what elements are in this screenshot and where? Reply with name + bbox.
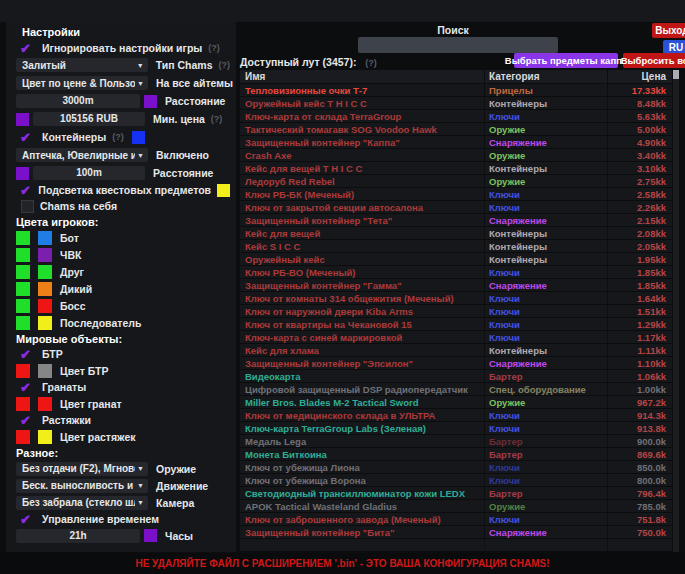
table-row[interactable]: Ключ от убежища ВоронаКлючи800.0k (240, 474, 672, 487)
table-row[interactable]: Защищенный контейнер "Эпсилон"Снаряжение… (240, 357, 672, 370)
color-swatch[interactable] (16, 397, 30, 411)
help-hint[interactable]: (?) (365, 58, 377, 68)
color-swatch[interactable] (38, 430, 52, 444)
table-row[interactable]: Miller Bros. Blades M-2 Tactical SwordОр… (240, 396, 672, 409)
table-row[interactable]: Кейс для вещейКонтейнеры2.08kk (240, 227, 672, 240)
color-swatch[interactable] (16, 299, 30, 313)
help-hint[interactable]: (?) (208, 43, 220, 53)
setting-tripwires[interactable]: ✔ Растяжки (6, 412, 236, 428)
table-row[interactable]: Защищенный контейнер "Каппа"Снаряжение4.… (240, 136, 672, 149)
help-hint[interactable]: (?) (219, 60, 231, 70)
color-swatch[interactable] (38, 316, 52, 330)
color-swatch[interactable] (38, 282, 52, 296)
color-swatch[interactable] (16, 316, 30, 330)
movement-dropdown[interactable]: Беск. выносливость и нет уста ▼ (16, 479, 148, 493)
search-input[interactable] (358, 37, 558, 53)
setting-btr[interactable]: ✔ БТР (6, 346, 236, 362)
table-row[interactable]: Ключ РБ-ВО (Меченый)Ключи1.85kk (240, 266, 672, 279)
table-row[interactable]: Ключ-карта TerraGroup Labs (Зеленая)Ключ… (240, 422, 672, 435)
quest-color-swatch[interactable] (217, 184, 230, 197)
table-row[interactable]: Защищенный контейнер "Бита"Снаряжение750… (240, 526, 672, 539)
checkbox-checked-icon[interactable]: ✔ (20, 131, 36, 144)
table-row[interactable]: Ключ РБ-БК (Меченый)Ключи2.58kk (240, 188, 672, 201)
discard-all-button[interactable]: Выбросить все (623, 53, 685, 68)
table-row[interactable]: Светодиодный трансиллюминатор кожи LEDXБ… (240, 487, 672, 500)
exit-button[interactable]: Выход (652, 23, 685, 38)
table-row[interactable]: Ключ от закрытой секции автосалонаКлючи2… (240, 201, 672, 214)
setting-quest-highlight[interactable]: ✔ Подсветка квестовых предметов (6, 182, 236, 198)
help-hint[interactable]: (?) (211, 114, 223, 124)
checkbox-unchecked[interactable] (21, 200, 34, 213)
setting-ignore-game[interactable]: ✔ Игнорировать настройки игры (?) (6, 40, 236, 56)
color-swatch[interactable] (38, 364, 52, 378)
distance-input[interactable]: 3000m (16, 94, 140, 108)
camera-dropdown[interactable]: Без забрала (стекло шлема) ▼ (16, 496, 148, 510)
distance-color-swatch[interactable] (144, 95, 157, 108)
chams-type-dropdown[interactable]: Залитый ▼ (16, 58, 148, 72)
table-row[interactable]: Тактический томагавк SOG Voodoo HawkОруж… (240, 123, 672, 136)
table-row[interactable]: APOK Tactical Wasteland GladiusОружие785… (240, 500, 672, 513)
weapon-dropdown[interactable]: Без отдачи (F2), Мгновенное п ▼ (16, 462, 148, 476)
table-row[interactable] (240, 539, 672, 552)
table-row[interactable]: Ключ-карта от склада TerraGroupКлючи5.63… (240, 110, 672, 123)
language-button[interactable]: RU (663, 40, 685, 54)
table-row[interactable]: Ключ от медицинского склада в УЛЬТРАКлюч… (240, 409, 672, 422)
min-price-input[interactable]: 105156 RUB (33, 112, 145, 126)
checkbox-checked-icon[interactable]: ✔ (20, 414, 36, 427)
checkbox-checked-icon[interactable]: ✔ (20, 184, 32, 197)
table-row[interactable]: Защищенный контейнер "Тета"Снаряжение2.1… (240, 214, 672, 227)
min-price-color-swatch[interactable] (16, 113, 29, 126)
color-swatch[interactable] (16, 364, 30, 378)
color-swatch[interactable] (38, 248, 52, 262)
containers-color-swatch[interactable] (132, 131, 145, 144)
containers-filter-dropdown[interactable]: Аптечка, Ювелирные и... ▼ (16, 148, 148, 162)
table-row[interactable]: Crash AxeОружие3.40kk (240, 149, 672, 162)
scrollbar-thumb[interactable] (673, 70, 679, 79)
select-kappa-button[interactable]: Выбрать предметы каппа (514, 53, 618, 68)
table-row[interactable]: Оружейный кейс T H I C CКонтейнеры8.48kk (240, 97, 672, 110)
hours-color-swatch[interactable] (144, 529, 157, 542)
containers-distance-input[interactable]: 100m (33, 166, 145, 180)
table-scrollbar[interactable] (673, 70, 679, 552)
hours-input[interactable]: 21h (16, 529, 140, 543)
setting-containers[interactable]: ✔ Контейнеры (?) (6, 128, 236, 146)
table-row[interactable]: Монета БиткоинаБартер869.6k (240, 448, 672, 461)
table-row[interactable]: Ключ от наружной двери Kiba ArmsКлючи1.5… (240, 305, 672, 318)
table-row[interactable]: Защищенный контейнер "Гамма"Снаряжение1.… (240, 279, 672, 292)
column-name[interactable]: Имя (240, 71, 484, 82)
table-row[interactable]: Ключ от комнаты 314 общежития (Меченый)К… (240, 292, 672, 305)
checkbox-checked-icon[interactable]: ✔ (20, 381, 36, 394)
column-category[interactable]: Категория (484, 70, 607, 83)
setting-time-control[interactable]: ✔ Управление временем (6, 511, 236, 527)
table-row[interactable]: ВидеокартаБартер1.06kk (240, 370, 672, 383)
color-swatch[interactable] (16, 430, 30, 444)
checkbox-checked-icon[interactable]: ✔ (20, 348, 36, 361)
table-row[interactable]: Ледоруб Red RebelОружие2.75kk (240, 175, 672, 188)
color-swatch[interactable] (38, 231, 52, 245)
containers-distance-color-swatch[interactable] (16, 167, 29, 180)
color-swatch[interactable] (16, 248, 30, 262)
table-row[interactable]: Медаль LegaБартер900.0k (240, 435, 672, 448)
color-swatch[interactable] (38, 265, 52, 279)
help-hint[interactable]: (?) (112, 132, 124, 142)
color-swatch[interactable] (16, 282, 30, 296)
table-row[interactable]: Ключ-карта с синей маркировкойКлючи1.17k… (240, 331, 672, 344)
table-row[interactable]: Тепловизионные очки Т-7Прицелы17.33kk (240, 84, 672, 97)
color-swatch[interactable] (16, 231, 30, 245)
column-price[interactable]: Цена (607, 70, 672, 83)
setting-grenades[interactable]: ✔ Гранаты (6, 379, 236, 395)
table-row[interactable]: Оружейный кейсКонтейнеры1.95kk (240, 253, 672, 266)
table-row[interactable]: Ключ от квартиры на Чекановой 15Ключи1.2… (240, 318, 672, 331)
setting-chams-self[interactable]: Chams на себя (6, 198, 236, 214)
table-row[interactable]: Цифровой защищенный DSP радиопередатчикС… (240, 383, 672, 396)
checkbox-checked-icon[interactable]: ✔ (20, 42, 36, 55)
checkbox-checked-icon[interactable]: ✔ (20, 513, 36, 526)
table-row[interactable]: Кейс для вещей T H I C CКонтейнеры3.10kk (240, 162, 672, 175)
table-row[interactable]: Кейс S I C CКонтейнеры2.05kk (240, 240, 672, 253)
all-items-dropdown[interactable]: Цвет по цене & Пользователь ▼ (16, 76, 148, 90)
table-row[interactable]: Кейс для хламаКонтейнеры1.11kk (240, 344, 672, 357)
table-row[interactable]: Ключ от заброшенного завода (Меченый)Клю… (240, 513, 672, 526)
color-swatch[interactable] (38, 299, 52, 313)
table-row[interactable]: Ключ от убежища ЛионаКлючи850.0k (240, 461, 672, 474)
color-swatch[interactable] (16, 265, 30, 279)
